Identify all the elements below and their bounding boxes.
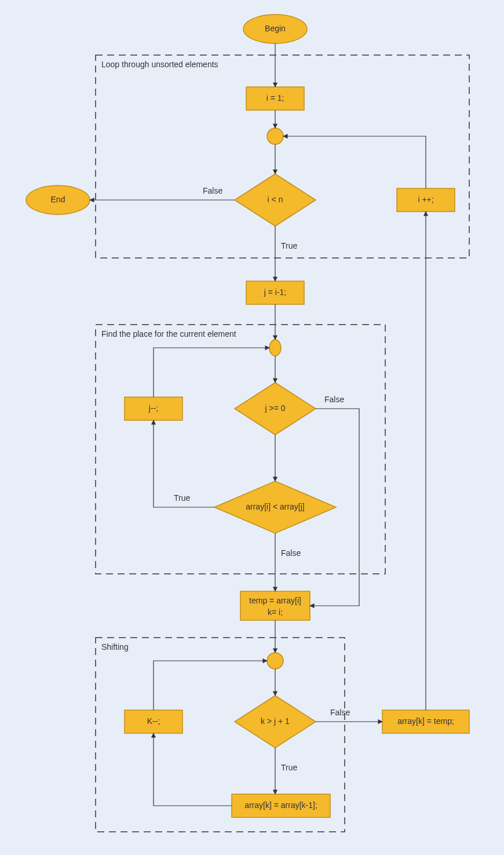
svg-point-5 <box>267 128 283 144</box>
node-end: End <box>51 195 65 204</box>
node-j-cond: j >= 0 <box>264 403 285 413</box>
group-label-shift: Shifting <box>101 642 129 652</box>
svg-point-9 <box>269 340 281 356</box>
node-i-inc: i ++; <box>418 195 433 204</box>
edge-true-1: True <box>281 241 297 250</box>
node-temp-l1: temp = array[i] <box>249 596 301 605</box>
node-j-dec: j--; <box>148 403 158 413</box>
edge-true-2: True <box>174 493 190 503</box>
edge-false-1: False <box>203 186 222 195</box>
node-i-cond: i < n <box>268 195 283 204</box>
node-j-init: j = i-1; <box>264 288 287 297</box>
node-k-dec: K--; <box>147 716 160 726</box>
node-begin: Begin <box>265 24 286 33</box>
edge-false-4: False <box>330 708 350 717</box>
svg-rect-0 <box>96 55 469 258</box>
edge-true-3: True <box>281 763 297 772</box>
node-arr-assign: array[k] = temp; <box>397 716 454 726</box>
node-i-init: i = 1; <box>266 93 284 103</box>
group-label-outer: Loop through unsorted elements <box>101 60 218 69</box>
node-arr-cond: array[i] < array[j] <box>246 502 305 511</box>
node-k-cond: k > j + 1 <box>261 716 290 726</box>
edge-false-2: False <box>324 395 344 404</box>
node-temp-l2: k= i; <box>268 607 283 617</box>
node-shift-stmt: array[k] = array[k-1]; <box>244 801 317 810</box>
svg-point-12 <box>267 653 283 669</box>
edge-false-3: False <box>281 548 301 558</box>
group-label-find: Find the place for the current element <box>101 329 236 339</box>
svg-rect-1 <box>96 325 385 574</box>
